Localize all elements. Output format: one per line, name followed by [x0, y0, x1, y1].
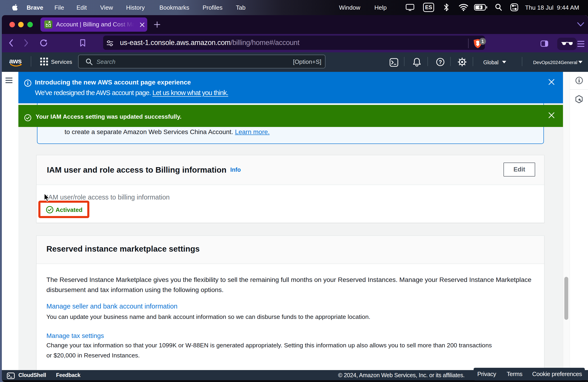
svg-text:?: ?	[439, 59, 442, 65]
svg-text:aws: aws	[9, 57, 21, 65]
